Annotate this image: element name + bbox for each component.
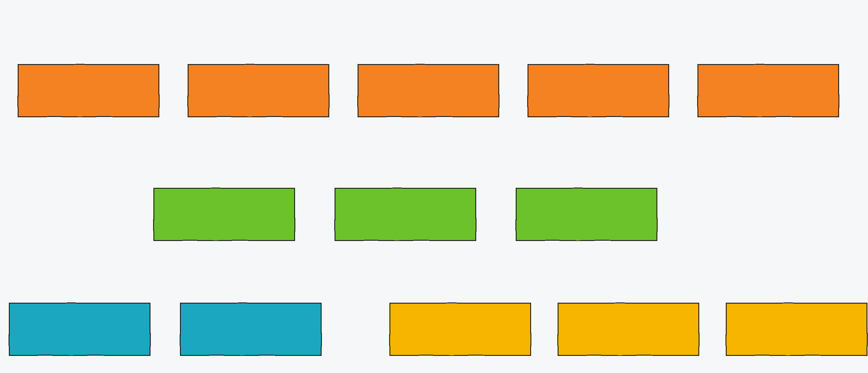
node-internal-application [698, 64, 839, 117]
node-welcome-application [18, 64, 159, 117]
node-navigation-components [180, 303, 321, 356]
node-advertising [558, 303, 699, 356]
node-admin-application [528, 64, 669, 117]
node-translations [390, 303, 531, 356]
node-main-application [188, 64, 329, 117]
node-login-modal [153, 188, 295, 241]
node-profile-page [335, 188, 476, 241]
node-clippy [516, 188, 657, 241]
node-design-system-components [9, 303, 151, 356]
node-advertiser-application [358, 64, 499, 117]
node-analytics [726, 303, 867, 356]
